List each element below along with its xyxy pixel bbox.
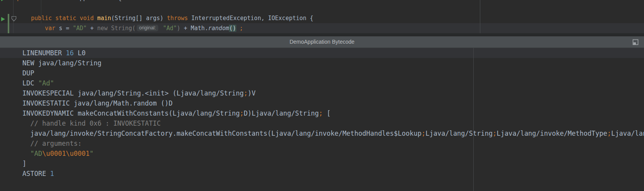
bytecode-line[interactable]: ] (0, 159, 644, 169)
code-token: DUP (22, 69, 34, 77)
code-token: DemoApplication (62, 0, 118, 2)
run-main-icon[interactable] (1, 16, 5, 23)
bytecode-line[interactable]: java/lang/invoke/StringConcatFactory.mak… (0, 128, 644, 138)
code-token: random (208, 25, 229, 32)
code-token (17, 25, 45, 32)
restore-window-icon[interactable] (632, 39, 639, 45)
bytecode-line[interactable]: LDC "Ad" (0, 78, 644, 88)
right-margin-guide (473, 48, 474, 191)
code-token: { (118, 0, 122, 2)
code-token: public class (17, 0, 62, 2)
vcs-change-marker (8, 14, 9, 33)
code-token (17, 15, 31, 22)
code-token: LDC (22, 79, 38, 87)
fold-region-icon[interactable] (11, 16, 17, 23)
bytecode-line[interactable]: ASTORE 1 (0, 169, 644, 179)
code-token: ; (607, 130, 611, 137)
code-token: ; (244, 89, 247, 97)
bytecode-line[interactable]: NEW java/lang/String (0, 58, 644, 68)
bytecode-code-area: LINENUMBER 16 L0NEW java/lang/StringDUPL… (0, 48, 644, 179)
code-token: Ljava/lang/invoke/MethodType (497, 130, 607, 137)
inlay-hint-original: original: (137, 25, 158, 31)
code-token (159, 25, 163, 32)
code-token (236, 25, 240, 32)
bytecode-line[interactable]: INVOKESTATIC java/lang/Math.random ()D (0, 98, 644, 108)
code-token: ; (240, 25, 243, 32)
code-token: [ (323, 109, 330, 117)
code-token: " (90, 150, 93, 157)
code-token: // arguments: (22, 140, 82, 147)
code-line-var-s[interactable]: var s = "AD" + new String(original: "Ad"… (0, 23, 644, 33)
code-token: ] (22, 160, 26, 167)
bytecode-viewer-pane: LINENUMBER 16 L0NEW java/lang/StringDUPL… (0, 48, 644, 191)
bytecode-line-linenumber[interactable]: LINENUMBER 16 L0 (0, 48, 644, 58)
code-token: NEW java/lang/String (22, 59, 102, 67)
code-token: ) (177, 25, 180, 32)
code-token: () (229, 25, 236, 32)
right-margin-guide (480, 0, 480, 33)
code-token (22, 150, 30, 157)
code-line-empty[interactable] (0, 3, 644, 13)
code-token: INVOKEDYNAMIC makeConcatWithConstants(Lj… (22, 109, 240, 117)
ide-window: public class DemoApplication { public st… (0, 0, 644, 191)
pane-divider[interactable] (0, 33, 644, 36)
bytecode-line[interactable]: "AD\u0001\u0001" (0, 148, 644, 159)
code-token: (String[] args) (111, 15, 167, 22)
code-token: var (45, 25, 59, 32)
code-token: L0 (74, 49, 86, 57)
code-line-class-declaration[interactable]: public class DemoApplication { (0, 0, 644, 3)
code-token: throws (167, 15, 191, 22)
code-token: \u0001\u0001 (42, 150, 90, 157)
code-token: LINENUMBER (22, 49, 66, 57)
code-token: java/lang/invoke/StringConcatFactory.mak… (22, 130, 422, 137)
code-token: Ljava/lang/String (425, 130, 493, 137)
code-token: D)Ljava/lang/String (244, 109, 319, 117)
bytecode-line[interactable]: // handle kind 0x6 : INVOKESTATIC (0, 118, 644, 128)
code-token: main (97, 15, 111, 22)
editor-code-area: public class DemoApplication { public st… (0, 0, 644, 33)
code-token: )V (247, 89, 255, 97)
code-token: new String( (97, 25, 136, 32)
code-token: "Ad" (38, 79, 54, 87)
code-token: "AD" (73, 25, 87, 32)
code-token: ; (319, 109, 323, 117)
bytecode-line[interactable]: // arguments: (0, 138, 644, 148)
code-token: INVOKESPECIAL java/lang/String.<init> (L… (22, 89, 244, 97)
code-token: ; (240, 109, 244, 117)
code-token: Ljava/lang/ (611, 130, 644, 137)
java-editor-pane: public class DemoApplication { public st… (0, 0, 644, 33)
code-token: ASTORE (22, 170, 50, 177)
code-token: 1 (50, 170, 54, 177)
code-line-main-declaration[interactable]: public static void main(String[] args) t… (0, 13, 644, 23)
code-token: "AD (30, 150, 42, 157)
code-token: ; (422, 130, 425, 137)
code-token: ; (493, 130, 497, 137)
code-token: s = (59, 25, 73, 32)
code-token: "Ad" (163, 25, 177, 32)
code-token: + Math. (180, 25, 208, 32)
run-class-icon[interactable] (1, 0, 5, 3)
code-token: // handle kind 0x6 : INVOKESTATIC (22, 119, 161, 127)
code-token: + (87, 25, 97, 32)
code-token: INVOKESTATIC java/lang/Math.random ()D (22, 99, 173, 107)
code-token: 16 (66, 49, 74, 57)
bytecode-line[interactable]: DUP (0, 68, 644, 78)
bytecode-panel-header: DemoApplication Bytecode (0, 36, 644, 48)
panel-title: DemoApplication Bytecode (0, 36, 644, 48)
code-token: InterruptedException, IOException { (192, 15, 314, 22)
bytecode-line[interactable]: INVOKEDYNAMIC makeConcatWithConstants(Lj… (0, 108, 644, 118)
bytecode-line[interactable]: INVOKESPECIAL java/lang/String.<init> (L… (0, 88, 644, 98)
code-token: public static void (31, 15, 97, 22)
